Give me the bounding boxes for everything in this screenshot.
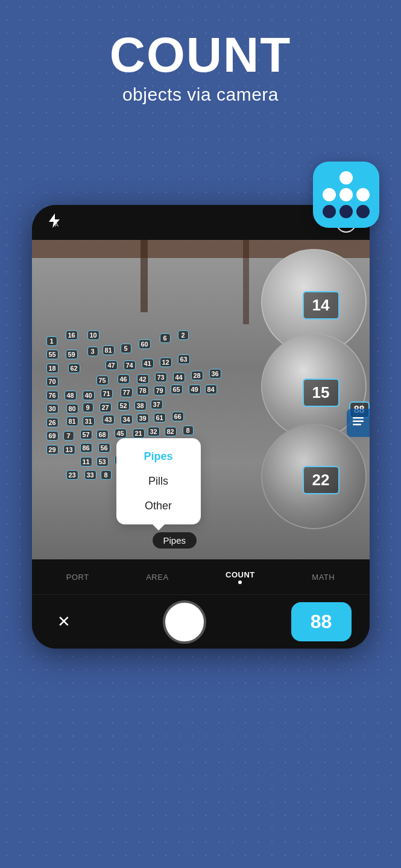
- pipe-num-55: 68: [96, 430, 109, 439]
- pipe-num-38: 80: [66, 404, 78, 414]
- pipe-num-30: 71: [101, 389, 113, 398]
- close-button[interactable]: ✕: [50, 608, 78, 636]
- pipe-num-9: 60: [139, 339, 151, 349]
- pipe-num-19: 70: [46, 377, 58, 386]
- pipe-num-7: 81: [103, 345, 115, 355]
- pipe-num-11: 2: [178, 330, 189, 340]
- svg-text:A: A: [55, 222, 58, 228]
- nav-item-math[interactable]: MATH: [312, 573, 335, 582]
- selected-label: Pipes: [153, 532, 197, 549]
- pipe-num-63: 86: [80, 443, 92, 453]
- pipe-num-37: 30: [46, 404, 58, 414]
- pipe-num-64: 56: [98, 443, 110, 453]
- pipe-num-5: 59: [66, 350, 78, 359]
- pipe-num-71: 53: [96, 457, 109, 467]
- pipe-num-48: 34: [121, 415, 133, 424]
- pipe-num-56: 45: [115, 429, 127, 438]
- pipe-num-54: 57: [80, 430, 92, 439]
- pipe-num-43: 37: [151, 400, 163, 409]
- flash-icon[interactable]: A: [45, 212, 62, 233]
- pipe-num-32: 78: [137, 386, 149, 395]
- pipe-count-15: 15: [303, 379, 339, 407]
- nav-item-count[interactable]: COUNT: [226, 570, 255, 584]
- shutter-button[interactable]: [163, 600, 206, 644]
- pipe-num-28: 48: [65, 391, 77, 400]
- dropdown-item-other[interactable]: Other: [116, 494, 201, 518]
- pipe-num-57: 21: [133, 429, 145, 438]
- pipe-num-8: 5: [121, 344, 131, 353]
- phone-frame: A i 14 15 22 88 116105: [32, 205, 370, 649]
- nav-item-area[interactable]: AREA: [146, 573, 168, 582]
- pipe-num-15: 74: [124, 360, 136, 370]
- pipe-num-35: 49: [189, 385, 201, 394]
- pipe-num-17: 12: [160, 357, 172, 367]
- pipe-num-13: 62: [68, 363, 80, 373]
- pipe-num-78: 33: [84, 470, 96, 480]
- nav-item-port[interactable]: PORT: [66, 573, 89, 582]
- dropdown-menu: Pipes Pills Other: [116, 438, 201, 524]
- pipe-num-20: 75: [96, 376, 109, 385]
- pipe-num-39: 9: [83, 403, 93, 412]
- page-title: COUNT: [0, 30, 401, 80]
- svg-rect-3: [353, 424, 361, 426]
- pipe-num-41: 52: [118, 401, 130, 410]
- pipe-num-50: 61: [154, 413, 166, 423]
- svg-rect-2: [353, 421, 364, 423]
- pipe-count-22: 22: [303, 466, 339, 494]
- pipe-num-53: 7: [63, 431, 74, 441]
- pipe-num-2: 16: [66, 330, 78, 340]
- pipe-num-3: 10: [87, 330, 99, 340]
- dropdown-arrow: [153, 524, 165, 530]
- pipe-num-27: 76: [46, 391, 58, 400]
- pipe-num-60: 8: [183, 426, 194, 435]
- pipe-num-42: 38: [134, 401, 147, 410]
- pipe-num-25: 28: [191, 371, 203, 380]
- pipe-num-6: 3: [87, 347, 98, 356]
- pipe-num-58: 32: [148, 427, 160, 436]
- pipe-num-77: 23: [66, 470, 78, 480]
- header-section: COUNT objects via camera: [0, 0, 401, 105]
- app-icon[interactable]: [313, 162, 379, 228]
- pipe-num-45: 81: [66, 417, 78, 426]
- pipe-num-31: 77: [121, 388, 133, 397]
- pipe-num-16: 41: [142, 359, 154, 368]
- pipe-count-14: 14: [303, 291, 339, 319]
- pipe-num-40: 27: [99, 403, 112, 412]
- pipe-num-24: 44: [173, 373, 185, 382]
- pipe-num-4: 55: [46, 350, 58, 359]
- page-subtitle: objects via camera: [0, 84, 401, 105]
- pipe-num-12: 18: [46, 363, 58, 373]
- pipe-num-1: 1: [46, 336, 57, 346]
- pipe-num-29: 40: [83, 391, 95, 400]
- shutter-inner: [167, 605, 202, 640]
- pipe-num-70: 11: [80, 457, 92, 467]
- pipe-num-14: 47: [106, 360, 118, 370]
- pipe-num-44: 26: [46, 418, 58, 427]
- dropdown-item-pipes[interactable]: Pipes: [116, 444, 201, 469]
- pipe-num-52: 69: [46, 431, 58, 441]
- pipe-num-18: 63: [178, 354, 190, 364]
- pipe-num-59: 82: [165, 427, 177, 436]
- app-icon-dots: [317, 165, 376, 224]
- action-bar: ✕ 88: [32, 594, 370, 649]
- pipe-num-46: 31: [83, 417, 95, 426]
- pipe-num-10: 6: [160, 333, 171, 343]
- pipe-num-34: 65: [171, 385, 183, 394]
- pipe-num-33: 79: [154, 386, 166, 395]
- svg-rect-1: [353, 417, 364, 419]
- pipe-num-36: 84: [205, 385, 217, 394]
- side-notes-icon[interactable]: [347, 409, 370, 437]
- pipe-num-79: 8: [101, 470, 112, 480]
- pipe-num-22: 42: [137, 374, 149, 384]
- pipe-num-51: 66: [172, 412, 184, 421]
- camera-view: 14 15 22 88 1161055593815606218624774411…: [32, 240, 370, 559]
- pipe-num-47: 43: [103, 415, 115, 424]
- count-result[interactable]: 88: [291, 602, 352, 641]
- pipe-num-23: 73: [155, 373, 167, 382]
- pipe-num-61: 29: [46, 445, 58, 454]
- active-indicator: [238, 580, 242, 584]
- pipe-num-26: 36: [209, 369, 221, 379]
- dropdown-item-pills[interactable]: Pills: [116, 469, 201, 494]
- bottom-nav: PORT AREA COUNT MATH: [32, 559, 370, 594]
- pipe-num-49: 39: [137, 414, 149, 423]
